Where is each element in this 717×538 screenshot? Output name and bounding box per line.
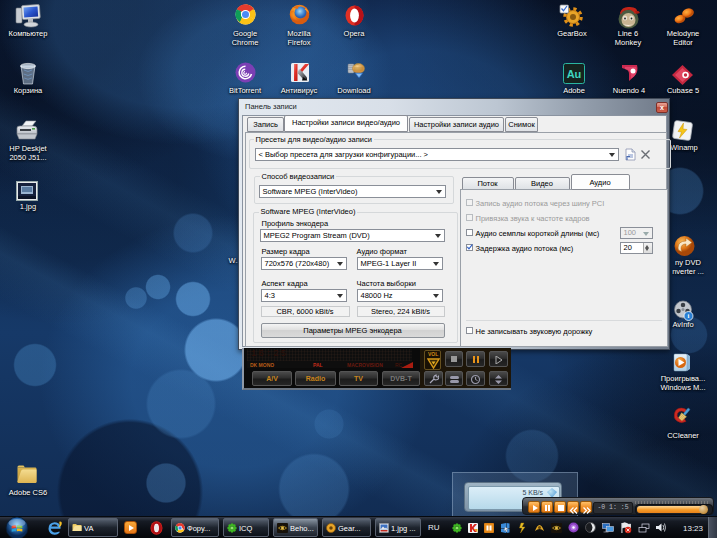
svg-text:Au: Au bbox=[567, 68, 582, 80]
svg-text:i: i bbox=[688, 312, 690, 319]
